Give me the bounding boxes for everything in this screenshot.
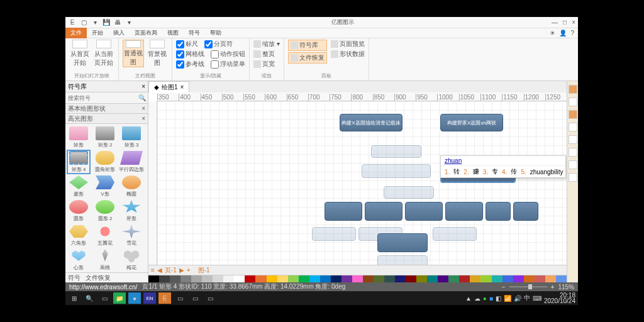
shape-椭圆[interactable]: 椭圆 <box>121 175 142 197</box>
color-swatch[interactable] <box>320 275 331 282</box>
color-swatch[interactable] <box>288 275 299 282</box>
node-faded[interactable] <box>384 186 434 199</box>
preview-panel-button[interactable]: 页面预览 <box>331 40 365 48</box>
color-swatch[interactable] <box>395 275 406 282</box>
tray-icon[interactable]: ☁ <box>474 295 480 302</box>
print-icon[interactable]: 🖶 <box>113 18 122 27</box>
color-swatch[interactable] <box>480 275 491 282</box>
start-button[interactable]: ⊞ <box>68 292 80 304</box>
shape-星形[interactable]: 星形 <box>121 200 142 222</box>
minimize-button[interactable]: — <box>552 19 558 26</box>
explorer-icon[interactable]: 📁 <box>113 292 126 304</box>
panel-icon[interactable] <box>569 110 577 119</box>
color-swatch[interactable] <box>502 275 513 282</box>
color-swatch[interactable] <box>245 275 255 282</box>
shapedata-panel-button[interactable]: 形状数据 <box>331 50 365 58</box>
doc-tab[interactable]: ◆绘图1× <box>148 81 189 93</box>
zoom-value[interactable]: 115% <box>558 284 574 291</box>
search-icon[interactable]: 🔍 <box>138 94 146 101</box>
guide-check[interactable]: 参考线 <box>176 60 204 69</box>
color-swatch[interactable] <box>492 275 502 282</box>
ime-icon[interactable]: ⌨ <box>533 295 541 302</box>
grid-check[interactable]: 网格线 <box>176 50 204 58</box>
add-page-icon[interactable]: + <box>187 267 191 274</box>
color-swatch[interactable] <box>267 275 277 282</box>
color-swatch[interactable] <box>416 275 427 282</box>
shape-圆形[interactable]: 圆形 <box>68 200 89 222</box>
color-swatch[interactable] <box>191 275 202 282</box>
layer-tab[interactable]: 图-1 <box>198 266 210 275</box>
shape-圆角矩形[interactable]: 圆角矩形 <box>94 151 116 173</box>
lang-icon[interactable]: EN <box>143 292 156 304</box>
close-icon[interactable]: × <box>180 84 184 91</box>
cat-close-icon[interactable]: × <box>142 115 145 122</box>
tab-file[interactable]: 文件 <box>65 28 87 38</box>
page-prev-icon[interactable]: ◀ <box>157 267 162 274</box>
normal-view-button[interactable]: 普通视图 <box>123 40 144 67</box>
search-icon[interactable]: 🔍 <box>83 292 96 304</box>
cat-close-icon[interactable]: × <box>142 105 145 112</box>
app-icon[interactable]: ▭ <box>189 292 201 304</box>
panel-icon[interactable] <box>569 123 577 131</box>
color-swatch[interactable] <box>363 275 374 282</box>
color-swatch[interactable] <box>234 275 245 282</box>
shape-梅花[interactable]: 梅花 <box>121 249 142 271</box>
node-row[interactable] <box>513 202 538 221</box>
color-swatch[interactable] <box>545 275 556 282</box>
user-icon[interactable]: 👤 <box>559 30 567 36</box>
node-faded[interactable] <box>362 164 431 178</box>
color-swatch[interactable] <box>299 275 309 282</box>
tab-home[interactable]: 开始 <box>87 28 108 38</box>
recovery-panel-button[interactable]: 文件恢复 <box>288 52 327 64</box>
tray-icon[interactable]: ▲ <box>465 295 472 302</box>
node-row[interactable] <box>445 202 483 221</box>
node-faded[interactable] <box>377 255 428 265</box>
zoom-slider[interactable] <box>509 286 547 287</box>
shape-矩形[interactable]: 矩形 <box>68 126 89 148</box>
color-swatch[interactable] <box>223 275 234 282</box>
foot-recovery[interactable]: 文件恢复 <box>86 274 111 282</box>
panel-icon[interactable] <box>569 97 577 106</box>
cat-basic[interactable]: 基本绘图形状 <box>68 104 106 113</box>
node-row[interactable] <box>377 233 428 252</box>
shape-矩形 2[interactable]: 矩形 2 <box>94 126 116 148</box>
app-icon[interactable]: E <box>158 292 171 304</box>
ime-candidates[interactable]: 1.转2.赚3.专4.传5.zhuangbility › <box>441 166 565 177</box>
color-swatch[interactable] <box>406 275 416 282</box>
color-swatch[interactable] <box>309 275 320 282</box>
new-icon[interactable]: ▢ <box>79 18 88 27</box>
fitpage-button[interactable]: 整页 <box>253 50 280 58</box>
tab-view[interactable]: 视图 <box>162 28 184 38</box>
color-swatch[interactable] <box>448 275 459 282</box>
color-swatch[interactable] <box>513 275 524 282</box>
color-swatch[interactable] <box>556 275 567 282</box>
page-nav-icon[interactable]: ≡ <box>151 267 155 274</box>
page-tab[interactable]: 页-1 <box>165 266 177 275</box>
color-swatch[interactable] <box>427 275 438 282</box>
node-b[interactable]: 构建野豕X基因sh网状 <box>440 114 503 131</box>
panel-icon[interactable] <box>569 160 577 169</box>
color-swatch[interactable] <box>524 275 535 282</box>
shape-心形[interactable]: 心形 <box>68 249 89 271</box>
color-swatch[interactable] <box>459 275 470 282</box>
floatmenu-check[interactable]: 浮动菜单 <box>211 60 245 69</box>
tab-help[interactable]: 帮助 <box>205 28 226 38</box>
qat-dropdown-icon[interactable]: ▾ <box>125 18 133 27</box>
volume-icon[interactable]: 🔊 <box>514 295 521 302</box>
node-faded[interactable] <box>371 145 421 158</box>
canvas[interactable]: 构建X基因描绘清查记载体 构建野豕X基因sh网状 <box>157 101 567 265</box>
shape-平行四边形[interactable]: 平行四边形 <box>121 151 142 173</box>
color-swatch[interactable] <box>352 275 363 282</box>
foot-symbol[interactable]: 符号 <box>68 274 80 282</box>
cat-highlight[interactable]: 高光图形 <box>68 114 93 123</box>
zoom-out-icon[interactable]: − <box>502 284 506 291</box>
network-icon[interactable]: 📶 <box>504 295 511 302</box>
color-swatch[interactable] <box>374 275 384 282</box>
open-icon[interactable]: ▾ <box>91 18 99 27</box>
node-row[interactable] <box>486 202 511 221</box>
shape-圆形 2[interactable]: 圆形 2 <box>94 200 116 222</box>
save-icon[interactable]: 💾 <box>102 18 111 27</box>
from-first-button[interactable]: 从首页开始 <box>69 40 91 67</box>
clock[interactable]: 20:182020/10/24 <box>544 292 575 304</box>
panel-icon[interactable] <box>569 148 577 157</box>
